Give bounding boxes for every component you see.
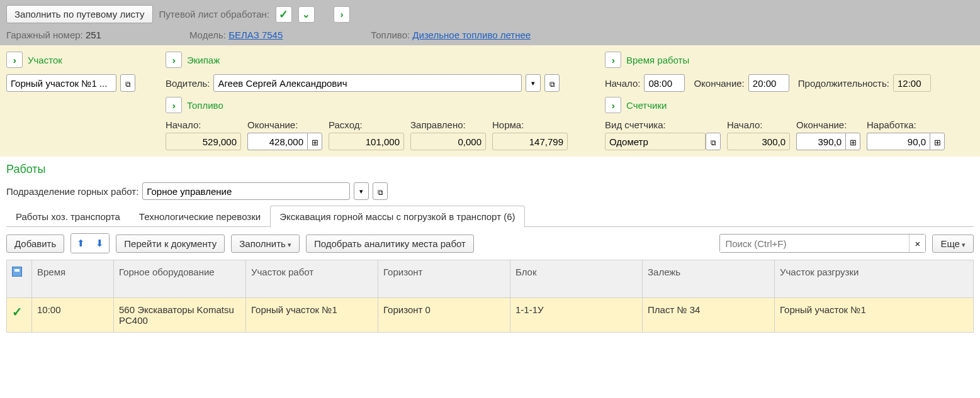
model-link[interactable]: БЕЛАЗ 7545 [228, 30, 283, 40]
driver-dropdown-button[interactable]: ▾ [526, 74, 541, 92]
chevron-right-icon [172, 55, 176, 65]
time-start-label: Начало: [605, 78, 640, 89]
division-input[interactable] [142, 182, 350, 200]
add-button[interactable]: Добавить [6, 235, 64, 253]
cell-equipment: 560 Экскаваторы Komatsu PC400 [114, 298, 246, 333]
pick-analytics-button[interactable]: Подобрать аналитику места работ [306, 235, 474, 253]
works-table: Время Горное оборудование Участок работ … [6, 260, 974, 333]
fuel-end-calc-button[interactable] [307, 133, 322, 150]
top-bar: Заполнить по путевому листу Путевой лист… [0, 0, 980, 45]
fuel-consumption-label: Расход: [329, 119, 404, 130]
processed-expand-button[interactable]: ⌄ [298, 6, 315, 23]
section-area-title: Участок [28, 55, 62, 65]
works-title: Работы [6, 163, 974, 176]
move-down-button[interactable]: ⬇ [90, 234, 109, 253]
tab-transport-works[interactable]: Работы хоз. транспорта [6, 206, 130, 227]
tab-tech-transport[interactable]: Технологические перевозки [130, 206, 270, 227]
counter-end-label: Окончание: [796, 119, 860, 130]
tab-excavation[interactable]: Экскавация горной массы с погрузкой в тр… [270, 206, 524, 227]
model-label: Модель: [189, 30, 226, 40]
more-button[interactable]: Еще [932, 235, 974, 253]
calculator-icon [934, 136, 941, 147]
open-icon [711, 136, 716, 147]
col-area[interactable]: Участок работ [246, 260, 378, 298]
fuel-refueled-value [410, 133, 486, 150]
time-end-input[interactable] [748, 74, 789, 92]
section-fuel-title: Топливо [187, 100, 223, 111]
col-time[interactable]: Время [32, 260, 114, 298]
section-time-title: Время работы [626, 55, 689, 65]
driver-open-button[interactable] [544, 74, 560, 92]
area-input[interactable] [6, 74, 116, 92]
counter-end-input[interactable] [796, 133, 845, 150]
chevron-down-icon: ⌄ [302, 9, 310, 20]
open-icon [378, 186, 383, 197]
time-end-label: Окончание: [694, 78, 744, 89]
time-duration-value [893, 74, 931, 92]
driver-label: Водитель: [166, 78, 210, 89]
counter-start-label: Начало: [727, 119, 790, 130]
col-unload-area[interactable]: Участок разгрузки [775, 260, 974, 298]
section-fuel-toggle[interactable] [166, 97, 182, 113]
chevron-right-icon [13, 55, 16, 65]
open-icon [125, 78, 131, 89]
col-equipment[interactable]: Горное оборудование [114, 260, 246, 298]
section-area: Участок [6, 52, 161, 150]
works-tabs: Работы хоз. транспорта Технологические п… [6, 205, 974, 227]
arrow-down-icon: ⬇ [96, 238, 104, 249]
col-block[interactable]: Блок [510, 260, 643, 298]
fuel-type-link[interactable]: Дизельное топливо летнее [412, 30, 531, 40]
time-start-input[interactable] [644, 74, 685, 92]
search-input[interactable] [720, 235, 909, 252]
search-wrap: × [719, 234, 926, 253]
counter-output-input[interactable] [867, 133, 930, 150]
section-area-toggle[interactable] [6, 52, 23, 68]
section-crew-toggle[interactable] [166, 52, 182, 68]
section-time-toggle[interactable] [605, 52, 621, 68]
open-icon [549, 78, 555, 89]
fuel-norm-label: Норма: [492, 119, 568, 130]
calculator-icon [850, 136, 857, 147]
fuel-end-input[interactable] [247, 133, 307, 150]
counter-output-calc-button[interactable] [930, 133, 945, 150]
counter-end-calc-button[interactable] [845, 133, 860, 150]
chevron-right-icon [612, 55, 615, 65]
cell-block: 1-1-1У [510, 298, 643, 333]
section-crew-title: Экипаж [187, 55, 220, 65]
fill-button[interactable]: Заполнить [231, 235, 300, 253]
processed-next-button[interactable]: › [334, 6, 350, 23]
section-crew-fuel: Экипаж Водитель: ▾ Топливо Начало: Оконч… [166, 52, 600, 150]
table-header-row: Время Горное оборудование Участок работ … [7, 260, 974, 298]
processed-checkbox[interactable]: ✓ [276, 6, 292, 23]
chevron-right-icon [172, 100, 176, 111]
garage-number-label: Гаражный номер: [6, 30, 83, 40]
fuel-start-label: Начало: [166, 119, 241, 130]
cell-deposit: Пласт № 34 [643, 298, 775, 333]
goto-document-button[interactable]: Перейти к документу [116, 235, 225, 253]
counter-start-value [727, 133, 790, 150]
col-horizon[interactable]: Горизонт [378, 260, 510, 298]
chevron-right-icon [612, 100, 615, 111]
calculator-icon [312, 136, 318, 147]
cell-horizon: Горизонт 0 [378, 298, 510, 333]
division-dropdown-button[interactable]: ▾ [354, 182, 369, 200]
area-open-button[interactable] [120, 74, 135, 92]
driver-input[interactable] [213, 74, 522, 92]
col-deposit[interactable]: Залежь [643, 260, 775, 298]
time-duration-label: Продолжительность: [798, 78, 889, 89]
counter-type-open-button[interactable] [706, 133, 721, 150]
col-save[interactable] [7, 260, 32, 298]
move-up-button[interactable]: ⬆ [71, 234, 90, 253]
fuel-refueled-label: Заправлено: [410, 119, 486, 130]
search-clear-button[interactable]: × [909, 235, 925, 252]
section-counters-toggle[interactable] [605, 97, 621, 113]
sections-band: Участок Экипаж Водитель: ▾ Топливо Начал… [0, 45, 980, 157]
division-open-button[interactable] [373, 182, 388, 200]
section-counters-title: Счетчики [626, 100, 667, 111]
check-icon: ✓ [12, 305, 23, 319]
counter-type-value [605, 133, 706, 150]
save-icon [12, 267, 22, 277]
fill-by-waybill-button[interactable]: Заполнить по путевому листу [6, 5, 153, 23]
fuel-consumption-value [329, 133, 404, 150]
table-row[interactable]: ✓ 10:00 560 Экскаваторы Komatsu PC400 Го… [7, 298, 974, 333]
